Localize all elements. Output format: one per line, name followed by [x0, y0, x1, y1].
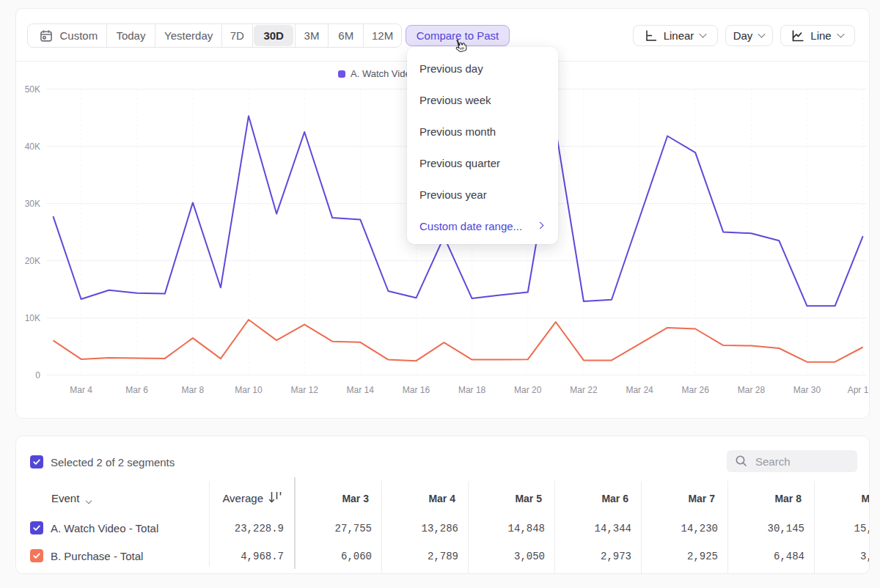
svg-text:Mar 24: Mar 24 — [626, 385, 653, 395]
svg-text:Mar 4: Mar 4 — [70, 385, 92, 395]
svg-text:Mar 14: Mar 14 — [347, 385, 375, 395]
svg-text:Mar 30: Mar 30 — [793, 385, 821, 395]
svg-text:50K: 50K — [25, 84, 40, 95]
svg-text:Mar 20: Mar 20 — [514, 385, 542, 395]
svg-text:Mar 28: Mar 28 — [738, 385, 766, 395]
svg-text:20K: 20K — [25, 256, 40, 266]
svg-text:Mar 12: Mar 12 — [291, 385, 319, 395]
svg-text:10K: 10K — [25, 313, 40, 323]
svg-text:0: 0 — [35, 370, 40, 381]
svg-text:Mar 16: Mar 16 — [403, 385, 430, 395]
svg-text:Mar 10: Mar 10 — [235, 385, 263, 395]
svg-text:30K: 30K — [25, 199, 40, 209]
svg-text:40K: 40K — [25, 142, 40, 152]
svg-text:Mar 26: Mar 26 — [682, 385, 710, 395]
svg-text:Mar 6: Mar 6 — [125, 385, 148, 395]
svg-text:Apr 1: Apr 1 — [848, 385, 869, 395]
svg-text:Mar 8: Mar 8 — [182, 385, 205, 395]
svg-text:Mar 18: Mar 18 — [458, 385, 486, 395]
svg-text:Mar 22: Mar 22 — [570, 385, 598, 395]
